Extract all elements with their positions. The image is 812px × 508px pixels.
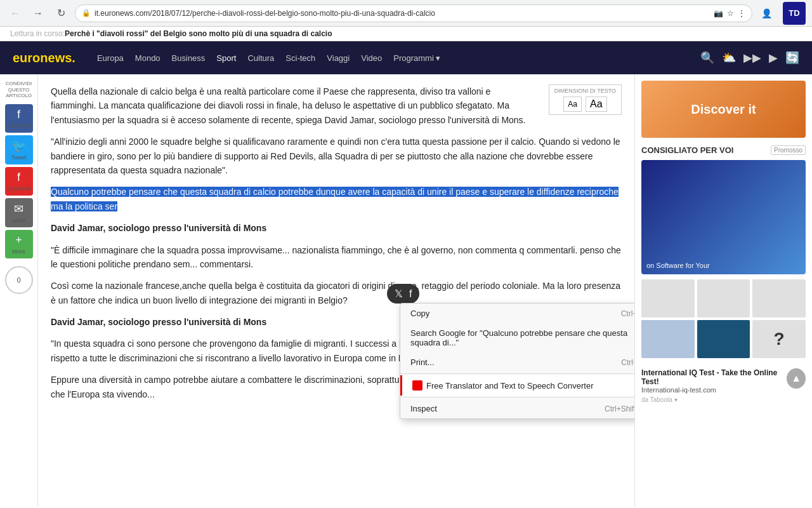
- david-jamar-1: David Jamar, sociologo presso l'universi…: [51, 221, 622, 235]
- more-share-button[interactable]: + More: [5, 230, 33, 258]
- star-icon: ☆: [727, 9, 734, 18]
- logo-text: euronews.: [13, 51, 75, 65]
- comment-button[interactable]: 0: [5, 266, 33, 294]
- nav-right: 🔍 ⛅ ▶▶ ▶ 🔄: [700, 51, 799, 65]
- address-bar[interactable]: 🔒 it.euronews.com/2018/07/12/perche-i-di…: [75, 4, 752, 22]
- twitter-share-button[interactable]: 🐦 Tweet: [5, 135, 33, 164]
- weather-icon[interactable]: ⛅: [722, 51, 736, 65]
- nav-programmi[interactable]: Programmi ▾: [393, 53, 440, 63]
- extension-button[interactable]: TD: [783, 2, 806, 25]
- inspect-shortcut: Ctrl+Shift+I: [605, 404, 634, 413]
- facebook-share-button[interactable]: f Condividi: [5, 104, 33, 133]
- taboola-sub: International-iq-test.com: [641, 386, 787, 394]
- context-print[interactable]: Print... Ctrl+P: [400, 352, 634, 372]
- ad-discover-text: Discover it: [691, 102, 756, 117]
- paragraph-1: Quella della nazionale di calcio belga è…: [51, 84, 622, 127]
- forward-button[interactable]: →: [29, 4, 47, 22]
- play-icon[interactable]: ▶: [769, 51, 778, 65]
- paragraph-3: Qualcuno potrebbe pensare che questa squ…: [51, 185, 622, 213]
- social-popup: 𝕏 f: [387, 284, 419, 304]
- logo: euronews.: [13, 51, 75, 65]
- print-label: Print...: [410, 358, 435, 367]
- taboola-title: International IQ Test - Take the Online …: [641, 368, 787, 386]
- content-area: DIMENSIONI DI TESTO Aa Aa Quella della n…: [38, 74, 634, 506]
- selected-text: Qualcuno potrebbe pensare che questa squ…: [51, 187, 619, 211]
- nav-video[interactable]: Video: [361, 53, 382, 63]
- comment-count: 0: [16, 276, 20, 284]
- search-google-label: Search Google for "Qualcuno potrebbe pen…: [410, 328, 634, 347]
- reading-bar: Lettura in corso:Perchè i "diavoli rossi…: [0, 27, 812, 41]
- flipboard-label: Condividi: [7, 185, 30, 192]
- nav-cultura[interactable]: Cultura: [247, 53, 274, 63]
- screenshot-icon: 📷: [714, 9, 723, 18]
- profile-button[interactable]: 👤: [757, 4, 775, 22]
- ad-grid-cell-4: [641, 320, 695, 358]
- playlist-icon[interactable]: ▶▶: [743, 51, 761, 65]
- flipboard-share-button[interactable]: f Condividi: [5, 167, 33, 196]
- email-icon: ✉: [14, 202, 23, 216]
- paragraph-4: "È difficile immaginare che la squadra p…: [51, 243, 622, 272]
- reading-prefix: Lettura in corso:: [10, 29, 65, 38]
- context-copy[interactable]: Copy Ctrl+C: [400, 304, 634, 323]
- twitter-label: Tweet: [11, 154, 26, 161]
- top-nav: euronews. Europa Mondo Business Sport Cu…: [0, 41, 812, 74]
- more-label: More: [12, 248, 25, 255]
- left-sidebar: CONDIVIDIQUESTOARTICOLO f Condividi 🐦 Tw…: [0, 74, 38, 506]
- nav-business[interactable]: Business: [172, 53, 206, 63]
- ad-image: on Software for Your: [641, 160, 806, 274]
- nav-sport[interactable]: Sport: [216, 53, 236, 63]
- scroll-up-icon: ▲: [791, 373, 801, 384]
- context-divider-2: [400, 397, 634, 398]
- refresh-button[interactable]: ↻: [52, 4, 70, 22]
- menu-icon: ⋮: [738, 9, 745, 18]
- more-icon: +: [15, 234, 22, 247]
- search-icon[interactable]: 🔍: [700, 51, 714, 65]
- translator-label: Free Translator and Text to Speech Conve…: [426, 381, 594, 391]
- context-divider-1: [400, 373, 634, 374]
- promosso-badge: Promosso: [771, 145, 806, 155]
- nav-europa[interactable]: Europa: [97, 53, 124, 63]
- nav-viaggi[interactable]: Viaggi: [327, 53, 350, 63]
- copy-label: Copy: [410, 309, 429, 318]
- context-translator[interactable]: Free Translator and Text to Speech Conve…: [400, 375, 634, 396]
- ad-grid-cell-6: ?: [752, 320, 806, 358]
- popup-facebook-icon[interactable]: f: [409, 288, 412, 300]
- email-label: send: [13, 217, 25, 224]
- print-shortcut: Ctrl+P: [621, 358, 634, 367]
- nav-scitech[interactable]: Sci-tech: [285, 53, 315, 63]
- paragraph-2: "All'inizio degli anni 2000 le squadre b…: [51, 135, 622, 177]
- facebook-label: Condividi: [7, 123, 30, 129]
- scroll-top-button[interactable]: ▲: [787, 368, 806, 389]
- ad-grid-cell-1: [641, 279, 695, 318]
- copy-shortcut: Ctrl+C: [621, 309, 634, 318]
- popup-twitter-icon[interactable]: 𝕏: [395, 288, 403, 300]
- context-inspect[interactable]: Inspect Ctrl+Shift+I: [400, 399, 634, 418]
- font-size-controls: DIMENSIONI DI TESTO Aa Aa: [549, 84, 622, 115]
- ad-grid-cell-2: [697, 279, 750, 318]
- consigliato-section: CONSIGLIATO PER VOI Promosso: [641, 145, 806, 155]
- ad-discover: Discover it: [641, 81, 806, 138]
- nav-mondo[interactable]: Mondo: [135, 53, 160, 63]
- da-taboola-label: da Taboola ▾: [641, 396, 787, 403]
- inspect-label: Inspect: [410, 404, 437, 413]
- facebook-icon: f: [17, 108, 20, 121]
- refresh-nav-icon[interactable]: 🔄: [785, 51, 799, 65]
- right-sidebar: Discover it CONSIGLIATO PER VOI Promosso…: [634, 74, 812, 506]
- ad-software-text: on Software for Your: [646, 262, 710, 269]
- reading-title: Perchè i "diavoli rossi" del Belgio sono…: [65, 29, 332, 38]
- browser-actions: 👤: [757, 4, 775, 22]
- context-search-google[interactable]: Search Google for "Qualcuno potrebbe pen…: [400, 323, 634, 352]
- consigliato-title: CONSIGLIATO PER VOI: [641, 145, 733, 155]
- email-share-button[interactable]: ✉ send: [5, 198, 33, 227]
- nav-links: Europa Mondo Business Sport Cultura Sci-…: [97, 53, 441, 63]
- url-text: it.euronews.com/2018/07/12/perche-i-diav…: [95, 9, 710, 18]
- main-layout: CONDIVIDIQUESTOARTICOLO f Condividi 🐦 Tw…: [0, 74, 812, 506]
- ad-grid-cell-3: [752, 279, 806, 318]
- back-button[interactable]: ←: [6, 4, 24, 22]
- browser-chrome: ← → ↻ 🔒 it.euronews.com/2018/07/12/perch…: [0, 0, 812, 27]
- font-large-button[interactable]: Aa: [586, 97, 607, 112]
- context-menu: Copy Ctrl+C Search Google for "Qualcuno …: [400, 303, 634, 419]
- flipboard-icon: f: [17, 171, 20, 184]
- lock-icon: 🔒: [82, 9, 91, 17]
- font-small-button[interactable]: Aa: [563, 97, 582, 112]
